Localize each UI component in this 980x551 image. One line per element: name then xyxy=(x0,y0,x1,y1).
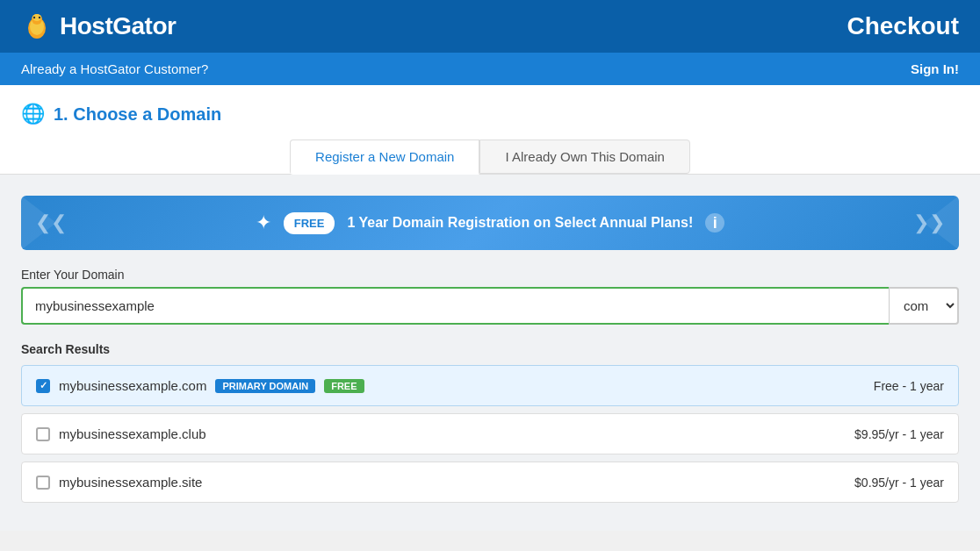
result-domain-2: mybusinessexample.club xyxy=(59,426,206,441)
result-price-1: Free - 1 year xyxy=(874,379,944,393)
customer-text: Already a HostGator Customer? xyxy=(21,61,208,76)
promo-text: 1 Year Domain Registration on Select Ann… xyxy=(347,215,693,231)
sub-header: Already a HostGator Customer? Sign In! xyxy=(0,53,980,85)
checkout-label: Checkout xyxy=(847,12,959,40)
tabs-container: Register a New Domain I Already Own This… xyxy=(0,125,980,175)
svg-point-5 xyxy=(39,17,40,18)
result-price-2: $9.95/yr - 1 year xyxy=(854,427,944,441)
result-left: mybusinessexample.com PRIMARY DOMAIN FRE… xyxy=(36,378,364,393)
section-header: 🌐 1. Choose a Domain xyxy=(0,85,980,125)
result-domain-1: mybusinessexample.com xyxy=(59,378,206,393)
main-content: 🌐 1. Choose a Domain Register a New Doma… xyxy=(0,85,980,531)
tab-own-domain[interactable]: I Already Own This Domain xyxy=(479,140,689,174)
domain-input-row: com net org info biz xyxy=(21,287,959,325)
result-checkbox-2[interactable] xyxy=(36,427,50,441)
header: HostGator Checkout xyxy=(0,0,980,53)
result-domain-3: mybusinessexample.site xyxy=(59,475,202,490)
free-domain-badge: FREE xyxy=(324,379,364,393)
result-row: mybusinessexample.site $0.95/yr - 1 year xyxy=(21,462,959,503)
logo-text: HostGator xyxy=(60,12,176,40)
domain-input-label: Enter Your Domain xyxy=(21,268,959,282)
result-price-3: $0.95/yr - 1 year xyxy=(854,476,944,490)
primary-domain-badge: PRIMARY DOMAIN xyxy=(215,379,315,393)
search-results-label: Search Results xyxy=(21,342,959,356)
promo-banner: ❮❮ ✦ FREE 1 Year Domain Registration on … xyxy=(21,196,959,250)
chevron-left-icon: ❮❮ xyxy=(35,211,67,234)
logo-icon xyxy=(21,11,53,42)
tld-select[interactable]: com net org info biz xyxy=(889,287,959,325)
globe-icon: 🌐 xyxy=(21,103,45,125)
result-row: mybusinessexample.club $9.95/yr - 1 year xyxy=(21,413,959,454)
result-row: mybusinessexample.com PRIMARY DOMAIN FRE… xyxy=(21,365,959,406)
section-title: 1. Choose a Domain xyxy=(54,104,221,125)
body-content: ❮❮ ✦ FREE 1 Year Domain Registration on … xyxy=(0,175,980,531)
result-checkbox-3[interactable] xyxy=(36,476,50,490)
result-left: mybusinessexample.club xyxy=(36,426,206,441)
result-left: mybusinessexample.site xyxy=(36,475,202,490)
sparkle-icon: ✦ xyxy=(256,211,271,234)
domain-input[interactable] xyxy=(21,287,889,325)
result-checkbox-1[interactable] xyxy=(36,379,50,393)
svg-point-4 xyxy=(33,17,35,18)
tab-register[interactable]: Register a New Domain xyxy=(290,140,479,175)
signin-link[interactable]: Sign In! xyxy=(911,61,959,76)
info-icon[interactable]: i xyxy=(705,213,724,233)
free-badge: FREE xyxy=(284,212,335,234)
logo: HostGator xyxy=(21,11,176,42)
chevron-right-icon: ❯❯ xyxy=(913,211,945,234)
